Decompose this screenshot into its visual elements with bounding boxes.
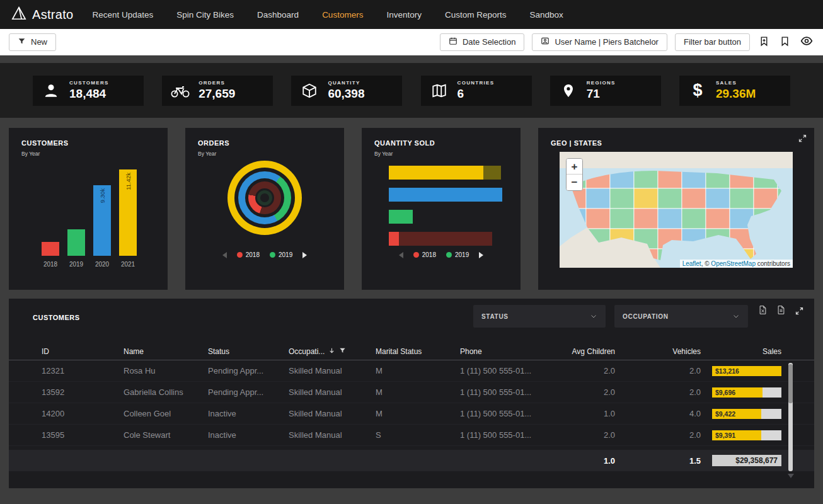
column-header-status[interactable]: Status — [208, 347, 289, 356]
brand-logo[interactable]: Astrato — [11, 6, 73, 23]
legend-next-button[interactable] — [479, 252, 483, 258]
legend-prev-button[interactable] — [222, 252, 227, 258]
bar[interactable]: 11.42k — [119, 169, 137, 256]
legend-next-button[interactable] — [302, 252, 307, 258]
bar-segment-primary — [389, 188, 502, 202]
export-data-button[interactable] — [775, 304, 787, 318]
top-nav: Astrato Recent Updates Spin City Bikes D… — [0, 0, 823, 29]
panel-title: QUANTITY SOLD — [374, 139, 435, 147]
status-filter-dropdown[interactable]: STATUS — [473, 305, 606, 328]
map-icon — [429, 83, 449, 99]
view-mode-button[interactable] — [799, 33, 814, 50]
table-title: CUSTOMERS — [33, 314, 80, 321]
sales-value: $9,696 — [712, 389, 735, 396]
bar[interactable] — [42, 242, 59, 256]
legend-dot-red — [413, 252, 419, 258]
column-header-marital-status[interactable]: Marital Status — [376, 347, 460, 356]
cell-phone: 1 (11) 500 555-01... — [460, 409, 548, 418]
filter-bar-button[interactable]: Filter bar button — [675, 33, 750, 51]
nav-item[interactable]: Sandbox — [529, 10, 563, 20]
kpi-value: 18,484 — [69, 87, 109, 101]
horizontal-bar[interactable] — [389, 188, 502, 202]
export-excel-button[interactable] — [757, 304, 769, 318]
x-axis-label: 2020 — [89, 261, 115, 268]
bar-segment-primary — [389, 232, 399, 246]
charts-row: CUSTOMERS By Year 2018 — [9, 128, 814, 290]
sales-value: $13,216 — [712, 367, 739, 375]
column-header-name[interactable]: Name — [124, 347, 208, 356]
horizontal-bar[interactable] — [389, 210, 502, 224]
panel-title: ORDERS — [198, 139, 229, 147]
cell-vehicles: 2.0 — [615, 387, 701, 397]
total-sales-value: $29,358,677 — [735, 456, 781, 465]
us-choropleth-map[interactable]: + − Leaflet, © OpenStreetMap contributor… — [560, 152, 793, 268]
table-row[interactable]: 12321 Rosa Hu Pending Appr... Skilled Ma… — [9, 360, 814, 382]
table-row[interactable]: 13592 Gabriella Collins Pending Appr... … — [9, 382, 814, 403]
nav-item[interactable]: Spin City Bikes — [176, 10, 234, 20]
bar[interactable] — [67, 229, 85, 256]
pin-icon — [558, 83, 578, 98]
kpi-label: ORDERS — [199, 80, 235, 86]
leaflet-link[interactable]: Leaflet — [682, 260, 701, 267]
us-map — [560, 152, 793, 268]
column-header-id[interactable]: ID — [42, 347, 124, 356]
openstreetmap-link[interactable]: OpenStreetMap — [711, 260, 756, 267]
bookmark-add-button[interactable] — [757, 35, 771, 50]
filter-funnel-icon[interactable] — [339, 347, 346, 356]
legend-item-2019[interactable]: 2019 — [270, 251, 292, 258]
sales-bar: $9,696 — [712, 387, 781, 398]
bookmark-button[interactable] — [778, 35, 791, 50]
box-icon — [299, 83, 319, 99]
cell-vehicles: 4.0 — [615, 409, 701, 418]
table-row[interactable]: 14200 Colleen Goel Inactive Skilled Manu… — [9, 403, 814, 425]
cell-name: Colleen Goel — [124, 409, 208, 418]
orders-donut-chart[interactable] — [227, 161, 302, 235]
nav-item[interactable]: Customers — [322, 10, 363, 20]
geo-states-panel: GEO | STATES — [538, 128, 814, 290]
column-header-phone[interactable]: Phone — [460, 347, 548, 356]
bar-column: 11.42k 2021 — [119, 168, 137, 256]
sort-descending-icon[interactable] — [328, 347, 335, 356]
orders-by-year-panel: ORDERS By Year 2018 201 — [185, 128, 344, 290]
nav-item[interactable]: Dashboard — [257, 10, 299, 20]
horizontal-bar[interactable] — [389, 166, 502, 180]
zoom-in-button[interactable]: + — [567, 159, 582, 175]
customers-bar-chart: 2018 2019 9.30k 2020 — [42, 168, 137, 256]
table-scrollbar-thumb[interactable] — [788, 364, 793, 403]
nav-item[interactable]: Inventory — [386, 10, 422, 20]
date-selection-button[interactable]: Date Selection — [440, 33, 525, 51]
table-scrollbar-track[interactable] — [788, 363, 793, 471]
nav-item[interactable]: Recent Updates — [92, 10, 153, 20]
kpi-label: CUSTOMERS — [69, 80, 109, 86]
cell-avg-children: 1.0 — [548, 409, 615, 418]
new-filter-button[interactable]: New — [9, 33, 56, 51]
user-name-button[interactable]: User Name | Piers Batchelor — [532, 33, 667, 51]
eye-icon — [800, 35, 813, 49]
legend-item-2018[interactable]: 2018 — [237, 251, 260, 258]
cell-vehicles: 2.0 — [615, 366, 701, 375]
column-header-avg-children[interactable]: Avg Children — [548, 347, 615, 356]
customers-by-year-panel: CUSTOMERS By Year 2018 — [9, 128, 168, 290]
legend-prev-button[interactable] — [399, 252, 403, 258]
column-header-sales[interactable]: Sales — [701, 347, 781, 356]
expand-icon[interactable] — [793, 305, 805, 317]
table-row[interactable]: 13595 Cole Stewart Inactive Skilled Manu… — [9, 425, 814, 446]
column-header-vehicles[interactable]: Vehicles — [615, 347, 701, 356]
sales-value: $9,422 — [712, 410, 735, 418]
cell-occupation: Skilled Manual — [289, 387, 376, 397]
cell-occupation: Skilled Manual — [289, 366, 376, 375]
column-header-occupation[interactable]: Occupati... — [289, 347, 376, 356]
kpi-label: QUANTITY — [328, 80, 364, 86]
legend-item-2019[interactable]: 2019 — [446, 251, 469, 258]
legend-item-2018[interactable]: 2018 — [413, 251, 436, 258]
horizontal-bar[interactable] — [389, 232, 502, 246]
cell-marital-status: M — [376, 366, 460, 375]
astrato-dashboard: Astrato Recent Updates Spin City Bikes D… — [0, 0, 823, 504]
bar[interactable]: 9.30k — [93, 185, 111, 256]
expand-icon[interactable] — [798, 134, 807, 145]
customers-table-panel: CUSTOMERS STATUS OCCUPATION — [9, 299, 814, 488]
occupation-filter-dropdown[interactable]: OCCUPATION — [614, 305, 748, 328]
scroll-down-arrow-icon[interactable] — [788, 474, 794, 478]
zoom-out-button[interactable]: − — [567, 175, 582, 190]
nav-item[interactable]: Custom Reports — [445, 10, 507, 20]
